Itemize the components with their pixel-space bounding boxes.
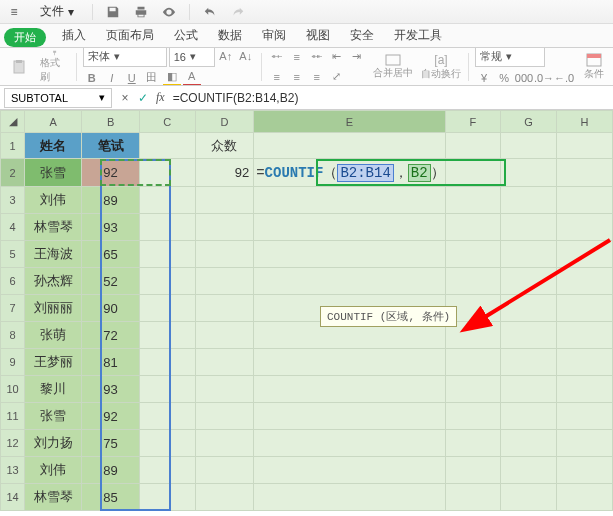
currency-icon[interactable]: ¥ xyxy=(475,69,493,87)
cell[interactable] xyxy=(557,322,613,349)
tab-dev[interactable]: 开发工具 xyxy=(384,23,452,47)
cell[interactable] xyxy=(254,376,445,403)
cell[interactable] xyxy=(557,241,613,268)
row-header[interactable]: 14 xyxy=(1,484,25,511)
tab-review[interactable]: 审阅 xyxy=(252,23,296,47)
cell[interactable]: 75 xyxy=(82,430,140,457)
cell[interactable]: 81 xyxy=(82,349,140,376)
tab-layout[interactable]: 页面布局 xyxy=(96,23,164,47)
cell[interactable]: 林雪琴 xyxy=(25,214,82,241)
cell[interactable] xyxy=(445,133,501,159)
cell[interactable]: 72 xyxy=(82,322,140,349)
cell[interactable]: 刘伟 xyxy=(25,187,82,214)
format-brush-button[interactable]: 格式刷 xyxy=(40,50,70,84)
cell[interactable] xyxy=(195,457,254,484)
col-header[interactable]: G xyxy=(501,111,557,133)
cell[interactable] xyxy=(195,403,254,430)
cell[interactable] xyxy=(557,268,613,295)
cell[interactable]: 89 xyxy=(82,187,140,214)
cell[interactable]: 张雪 xyxy=(25,403,82,430)
cell[interactable] xyxy=(445,159,501,187)
cell[interactable] xyxy=(501,241,557,268)
cell[interactable]: 姓名 xyxy=(25,133,82,159)
formula-input[interactable] xyxy=(169,91,613,105)
indent-inc-icon[interactable]: ⇥ xyxy=(348,48,366,66)
col-header[interactable]: C xyxy=(139,111,195,133)
align-middle-icon[interactable]: ≡ xyxy=(288,48,306,66)
name-box[interactable]: SUBTOTAL ▾ xyxy=(4,88,112,108)
cell[interactable] xyxy=(139,484,195,511)
cell[interactable]: 52 xyxy=(82,268,140,295)
cell[interactable]: 王梦丽 xyxy=(25,349,82,376)
col-header[interactable]: A xyxy=(25,111,82,133)
tab-formula[interactable]: 公式 xyxy=(164,23,208,47)
cell[interactable] xyxy=(195,214,254,241)
orientation-icon[interactable]: ⤢ xyxy=(328,68,346,86)
cell[interactable] xyxy=(195,295,254,322)
cell[interactable] xyxy=(445,457,501,484)
merge-button[interactable]: 合并居中 xyxy=(372,50,414,84)
col-header[interactable]: D xyxy=(195,111,254,133)
cell[interactable] xyxy=(501,159,557,187)
row-header[interactable]: 12 xyxy=(1,430,25,457)
cell[interactable] xyxy=(445,187,501,214)
cond-format-button[interactable]: 条件 xyxy=(579,50,609,84)
cell[interactable] xyxy=(557,159,613,187)
cell[interactable] xyxy=(445,349,501,376)
cell[interactable] xyxy=(254,133,445,159)
active-cell[interactable]: =COUNTIF（B2:B14，B2） xyxy=(254,159,445,187)
cell[interactable] xyxy=(254,457,445,484)
align-top-icon[interactable]: ⬴ xyxy=(268,48,286,66)
cell[interactable] xyxy=(139,322,195,349)
cell[interactable]: 刘丽丽 xyxy=(25,295,82,322)
cell[interactable] xyxy=(557,430,613,457)
cell[interactable] xyxy=(254,349,445,376)
cell[interactable] xyxy=(139,295,195,322)
cell[interactable] xyxy=(557,133,613,159)
cell[interactable] xyxy=(139,159,195,187)
select-all-corner[interactable]: ◢ xyxy=(1,111,25,133)
cell[interactable]: 孙杰辉 xyxy=(25,268,82,295)
row-header[interactable]: 9 xyxy=(1,349,25,376)
cell[interactable] xyxy=(139,214,195,241)
cell[interactable] xyxy=(501,430,557,457)
cell[interactable]: 89 xyxy=(82,457,140,484)
tab-view[interactable]: 视图 xyxy=(296,23,340,47)
cell[interactable] xyxy=(139,430,195,457)
col-header[interactable]: H xyxy=(557,111,613,133)
cell[interactable] xyxy=(139,349,195,376)
grid[interactable]: ◢ A B C D E F G H 1 姓名 笔试 众数 2 张雪 92 92 … xyxy=(0,110,613,511)
row-header[interactable]: 3 xyxy=(1,187,25,214)
align-bottom-icon[interactable]: ⬵ xyxy=(308,48,326,66)
cell[interactable] xyxy=(445,241,501,268)
cell[interactable] xyxy=(557,214,613,241)
align-right-icon[interactable]: ≡ xyxy=(308,68,326,86)
cell[interactable]: 刘伟 xyxy=(25,457,82,484)
cell[interactable] xyxy=(557,349,613,376)
cancel-formula-button[interactable]: × xyxy=(116,91,134,105)
cell[interactable] xyxy=(501,268,557,295)
cell[interactable] xyxy=(139,268,195,295)
preview-icon[interactable] xyxy=(159,2,179,22)
wrap-button[interactable]: [a]自动换行 xyxy=(420,50,462,84)
font-color-icon[interactable]: A xyxy=(183,69,201,87)
cell[interactable]: 林雪琴 xyxy=(25,484,82,511)
cell[interactable] xyxy=(254,241,445,268)
cell[interactable] xyxy=(501,214,557,241)
row-header[interactable]: 11 xyxy=(1,403,25,430)
dec-dec-icon[interactable]: ←.0 xyxy=(555,69,573,87)
cell[interactable] xyxy=(501,133,557,159)
cell[interactable]: 92 xyxy=(195,159,254,187)
indent-dec-icon[interactable]: ⇤ xyxy=(328,48,346,66)
row-header[interactable]: 1 xyxy=(1,133,25,159)
cell[interactable] xyxy=(254,484,445,511)
cell[interactable] xyxy=(195,268,254,295)
cell[interactable] xyxy=(445,403,501,430)
cell[interactable] xyxy=(501,403,557,430)
cell[interactable]: 刘力扬 xyxy=(25,430,82,457)
cell[interactable]: 王海波 xyxy=(25,241,82,268)
tab-security[interactable]: 安全 xyxy=(340,23,384,47)
app-menu-icon[interactable]: ≡ xyxy=(4,2,24,22)
row-header[interactable]: 5 xyxy=(1,241,25,268)
cell[interactable]: 92 xyxy=(82,159,140,187)
